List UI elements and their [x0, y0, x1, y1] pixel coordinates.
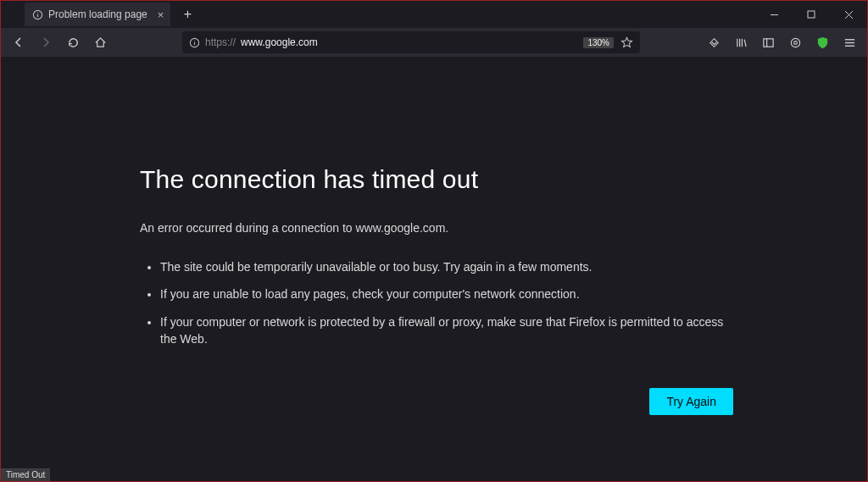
error-message: An error occurred during a connection to…: [140, 221, 733, 235]
bookmark-star-icon[interactable]: [620, 36, 633, 49]
svg-point-2: [37, 12, 38, 13]
tab-title: Problem loading page: [48, 8, 147, 20]
svg-point-9: [194, 40, 195, 41]
svg-point-17: [793, 41, 797, 44]
reload-button[interactable]: [60, 30, 86, 54]
library-icon[interactable]: [728, 30, 754, 54]
error-suggestion-item: If your computer or network is protected…: [160, 313, 733, 348]
error-suggestion-list: The site could be temporarily unavailabl…: [140, 258, 733, 347]
svg-line-13: [744, 39, 746, 46]
pocket-icon[interactable]: [701, 30, 726, 54]
close-window-button[interactable]: [830, 1, 867, 28]
url-protocol: https://: [205, 36, 236, 48]
error-title: The connection has timed out: [140, 165, 733, 194]
sidebar-icon[interactable]: [755, 30, 781, 54]
status-bar: Timed Out: [1, 468, 50, 481]
back-button[interactable]: [6, 30, 31, 54]
zoom-level-badge[interactable]: 130%: [583, 37, 614, 48]
tab-close-icon[interactable]: ×: [158, 8, 164, 21]
minimize-button[interactable]: [755, 1, 793, 28]
nav-toolbar: https://www.google.com 130%: [1, 28, 867, 57]
new-tab-button[interactable]: +: [175, 3, 199, 26]
svg-rect-14: [763, 38, 772, 46]
home-button[interactable]: [87, 30, 113, 54]
try-again-button[interactable]: Try Again: [649, 388, 733, 415]
page-content: The connection has timed out An error oc…: [1, 57, 867, 468]
ublock-icon[interactable]: [810, 30, 835, 54]
browser-tab[interactable]: Problem loading page ×: [25, 3, 170, 26]
maximize-button[interactable]: [793, 1, 830, 28]
url-host: www.google.com: [241, 36, 318, 48]
forward-button[interactable]: [33, 30, 58, 54]
error-suggestion-item: The site could be temporarily unavailabl…: [160, 258, 733, 275]
status-text: Timed Out: [6, 470, 45, 479]
site-info-icon[interactable]: [189, 37, 200, 48]
extension-icon[interactable]: [782, 30, 808, 54]
error-suggestion-item: If you are unable to load any pages, che…: [160, 285, 733, 302]
tab-strip: Problem loading page × +: [1, 1, 867, 28]
info-circle-icon: [31, 8, 43, 20]
error-box: The connection has timed out An error oc…: [140, 165, 733, 347]
url-bar[interactable]: https://www.google.com 130%: [182, 31, 640, 53]
hamburger-menu-icon[interactable]: [837, 30, 862, 54]
svg-rect-4: [808, 11, 815, 18]
svg-point-16: [791, 38, 799, 47]
